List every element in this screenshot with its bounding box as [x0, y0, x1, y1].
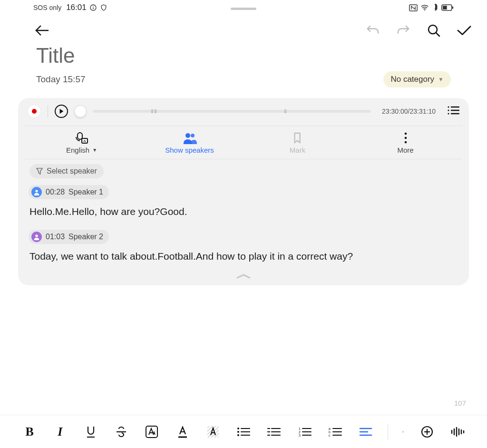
scrubber-track[interactable] — [93, 110, 370, 113]
align-button[interactable] — [358, 424, 373, 440]
svg-text:b: b — [329, 430, 331, 434]
back-button[interactable] — [33, 22, 50, 39]
numbered-list-button[interactable]: 123 — [297, 424, 312, 440]
track-marker — [151, 109, 153, 113]
utterance-text[interactable]: Hello.Me.Hello, how are you?Good. — [29, 205, 458, 218]
collapse-handle[interactable] — [28, 272, 459, 280]
speaker-tag[interactable]: 00:28 Speaker 1 — [29, 185, 109, 199]
divider — [48, 105, 48, 117]
tab-mark-label: Mark — [290, 146, 305, 154]
tab-more[interactable]: More — [351, 129, 459, 159]
info-icon — [89, 4, 97, 11]
network-status: SOS only — [33, 4, 61, 11]
search-button[interactable] — [425, 22, 442, 39]
svg-point-24 — [404, 133, 407, 135]
svg-point-63 — [403, 431, 404, 432]
speaker-name: Speaker 2 — [68, 233, 103, 241]
character-count: 107 — [454, 399, 466, 407]
dash-list-button[interactable] — [266, 424, 282, 440]
scrubber-handle[interactable] — [75, 106, 86, 117]
wifi-icon — [420, 4, 429, 11]
avatar-icon — [31, 232, 42, 242]
svg-text:a: a — [329, 427, 331, 430]
page-title[interactable]: Title — [36, 44, 451, 68]
record-button[interactable] — [28, 105, 41, 118]
svg-point-22 — [185, 133, 190, 138]
svg-point-16 — [448, 109, 449, 111]
category-label: No category — [390, 75, 434, 84]
utterance-text[interactable]: Today, we want to talk about.Football.An… — [29, 250, 458, 263]
svg-rect-8 — [443, 6, 447, 10]
status-bar: SOS only 16:01 — [0, 0, 487, 13]
voice-input-button[interactable] — [450, 424, 465, 440]
select-speaker-label: Select speaker — [47, 167, 97, 175]
highlight-button[interactable] — [205, 424, 221, 440]
bullet-list-button[interactable] — [236, 424, 251, 440]
bold-button[interactable]: B — [22, 424, 37, 440]
tab-show-speakers[interactable]: Show speakers — [136, 129, 244, 159]
svg-marker-27 — [37, 168, 42, 174]
speaker-tag[interactable]: 01:03 Speaker 2 — [29, 230, 109, 244]
strikethrough-button[interactable] — [114, 424, 129, 440]
svg-line-12 — [436, 33, 439, 36]
playback-time: 23:30:00/23:31:10 — [382, 107, 436, 115]
alert-icon — [432, 4, 438, 11]
undo-button[interactable] — [364, 22, 381, 39]
transcript-tabs: A English▼ Show speakers Mark More — [28, 129, 459, 159]
lettered-list-button[interactable]: abc — [328, 424, 343, 440]
svg-point-38 — [237, 431, 239, 433]
chevron-down-icon: ▼ — [92, 147, 97, 153]
svg-point-4 — [424, 10, 425, 10]
transcript-panel: 23:30:00/23:31:10 A English▼ Show speake… — [18, 98, 469, 285]
tab-show-speakers-label: Show speakers — [165, 146, 214, 154]
svg-text:2: 2 — [299, 430, 301, 434]
font-style-button[interactable] — [144, 424, 159, 440]
svg-text:1: 1 — [299, 427, 301, 430]
svg-point-26 — [404, 141, 407, 144]
svg-point-25 — [404, 137, 407, 139]
select-speaker-chip[interactable]: Select speaker — [29, 164, 104, 178]
tab-language-label: English — [66, 146, 89, 154]
nfc-icon — [409, 4, 418, 11]
battery-icon — [441, 4, 454, 11]
svg-point-28 — [35, 190, 38, 192]
tab-language[interactable]: A English▼ — [28, 129, 136, 159]
svg-point-36 — [237, 428, 239, 429]
speaker-time: 01:03 — [46, 233, 65, 241]
category-selector[interactable]: No category ▼ — [383, 71, 451, 88]
audio-player: 23:30:00/23:31:10 — [28, 105, 459, 118]
chevron-down-icon: ▼ — [438, 76, 444, 83]
drag-handle-icon[interactable] — [231, 8, 256, 10]
play-button[interactable] — [55, 105, 68, 118]
confirm-button[interactable] — [456, 22, 473, 39]
add-button[interactable] — [419, 424, 434, 440]
svg-rect-32 — [146, 426, 157, 438]
tab-mark[interactable]: Mark — [244, 129, 351, 159]
transcript-entry: 00:28 Speaker 1 Hello.Me.Hello, how are … — [28, 182, 459, 218]
redo-button[interactable] — [395, 22, 412, 39]
svg-rect-9 — [452, 6, 454, 9]
svg-text:c: c — [329, 434, 331, 437]
svg-rect-6 — [434, 9, 435, 10]
speaker-time: 00:28 — [46, 188, 65, 196]
svg-text:3: 3 — [299, 434, 301, 437]
speaker-name: Speaker 1 — [68, 188, 103, 196]
svg-rect-5 — [434, 5, 435, 8]
svg-marker-13 — [60, 109, 64, 114]
playlist-button[interactable] — [442, 106, 459, 117]
note-timestamp: Today 15:57 — [36, 74, 86, 85]
clock: 16:01 — [66, 3, 87, 12]
italic-button[interactable]: I — [52, 424, 68, 440]
svg-point-40 — [237, 434, 239, 436]
tab-more-label: More — [397, 146, 413, 154]
app-header — [0, 13, 487, 42]
text-color-button[interactable] — [175, 424, 190, 440]
underline-button[interactable] — [83, 424, 98, 440]
svg-point-29 — [35, 235, 38, 237]
shield-icon — [100, 4, 107, 11]
format-toolbar: B I 123 abc — [0, 415, 487, 448]
track-marker — [284, 109, 286, 113]
svg-point-14 — [448, 106, 449, 107]
svg-point-18 — [448, 113, 449, 114]
checklist-button[interactable] — [388, 424, 404, 440]
